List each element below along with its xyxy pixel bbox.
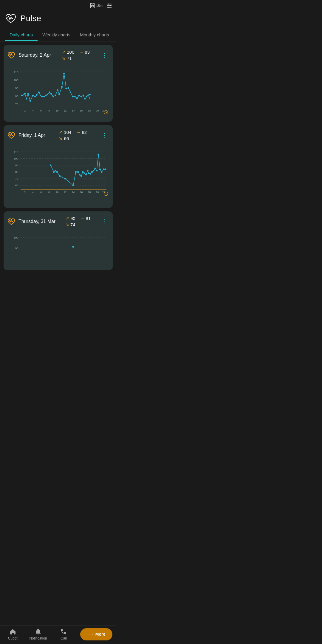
stat-high-1: ↗ 106	[62, 49, 74, 55]
svg-point-57	[61, 86, 63, 88]
svg-point-114	[91, 171, 93, 173]
svg-text:70: 70	[15, 103, 18, 106]
chart-header-left-3: Thursday, 31 Mar	[7, 217, 55, 226]
chart-date-2: Friday, 1 Apr	[18, 133, 45, 138]
svg-point-59	[65, 88, 67, 89]
svg-point-107	[80, 175, 82, 177]
svg-point-47	[41, 96, 43, 97]
heart-icon-3	[7, 217, 16, 226]
svg-point-110	[85, 174, 87, 175]
svg-text:70: 70	[15, 177, 18, 180]
svg-point-56	[58, 94, 60, 95]
svg-text:20: 20	[96, 109, 99, 112]
svg-text:16: 16	[80, 191, 83, 194]
stat-low-3: ↘ 74	[65, 222, 75, 227]
svg-text:10: 10	[55, 191, 58, 194]
stat-high-3: ↗ 90	[65, 216, 75, 221]
right-arrow-1: →	[79, 49, 83, 55]
chart-header-2: Friday, 1 Apr ↗ 104 → 82 ↘ 66	[7, 129, 109, 141]
svg-text:60: 60	[15, 184, 18, 187]
chart-card-3: Thursday, 31 Mar ↗ 90 → 81 ↘ 74	[4, 211, 113, 270]
chart-card-1: Saturday, 2 Apr ↗ 106 → 83 ↘ 71	[4, 45, 113, 122]
svg-point-63	[74, 96, 75, 97]
svg-point-113	[89, 173, 91, 174]
chart-stats-3: ↗ 90 → 81 ↘ 74	[65, 216, 91, 227]
stat-avg-3: → 81	[80, 216, 91, 221]
status-bar: 15m	[0, 0, 116, 10]
svg-point-51	[49, 92, 50, 93]
chart-date-1: Saturday, 2 Apr	[18, 52, 51, 58]
svg-point-49	[45, 95, 47, 96]
svg-text:16: 16	[80, 109, 83, 112]
svg-point-118	[97, 154, 99, 155]
svg-point-44	[36, 94, 37, 96]
svg-point-109	[84, 173, 85, 174]
timer-label: 15m	[96, 4, 103, 7]
more-menu-3[interactable]: ⋮	[100, 218, 109, 225]
svg-text:10: 10	[55, 109, 58, 112]
svg-point-55	[57, 89, 58, 91]
svg-point-108	[82, 171, 83, 173]
down-arrow-1: ↘	[62, 55, 66, 61]
chart-stats-2: ↗ 104 → 82 ↘ 66	[59, 129, 87, 141]
chart-card-2: Friday, 1 Apr ↗ 104 → 82 ↘ 66	[4, 125, 113, 208]
svg-point-65	[78, 95, 80, 96]
tab-daily[interactable]: Daily charts	[5, 29, 38, 41]
stat-low-2: ↘ 66	[59, 136, 69, 141]
svg-point-39	[26, 98, 27, 99]
svg-point-68	[86, 96, 87, 97]
svg-point-101	[59, 175, 61, 177]
svg-text:12: 12	[64, 191, 66, 194]
timer-status: 15m	[89, 2, 103, 9]
svg-point-104	[75, 171, 77, 173]
svg-point-111	[87, 170, 88, 171]
svg-point-103	[72, 185, 74, 186]
chart-header-left-1: Saturday, 2 Apr	[7, 51, 51, 59]
svg-point-9	[108, 4, 109, 5]
svg-point-127	[72, 246, 74, 247]
svg-point-46	[40, 95, 41, 96]
tab-yearly[interactable]: Yearly charts	[114, 29, 116, 41]
svg-point-45	[38, 92, 40, 93]
svg-point-53	[52, 96, 54, 97]
more-menu-1[interactable]: ⋮	[100, 52, 109, 59]
svg-point-10	[110, 5, 111, 6]
heartbeat-icon	[5, 13, 17, 24]
up-arrow-1: ↗	[62, 49, 66, 55]
svg-line-96	[106, 194, 107, 194]
page-title: Pulse	[20, 14, 41, 23]
svg-text:18: 18	[88, 109, 91, 112]
svg-point-61	[70, 92, 71, 93]
svg-text:100: 100	[13, 236, 18, 239]
svg-text:80: 80	[15, 95, 18, 98]
chart-svg-wrap-2: 110 100 90 80 70 60 2 4 6 8 10 12 14 16 …	[7, 144, 109, 205]
svg-point-37	[21, 95, 23, 96]
svg-point-41	[30, 100, 31, 102]
svg-text:4: 4	[32, 191, 34, 194]
svg-text:4: 4	[32, 109, 34, 112]
tab-weekly[interactable]: Weekly charts	[38, 29, 75, 41]
chart-header-3: Thursday, 31 Mar ↗ 90 → 81 ↘ 74	[7, 216, 109, 227]
more-menu-2[interactable]: ⋮	[100, 132, 109, 139]
chart-date-3: Thursday, 31 Mar	[18, 219, 55, 224]
svg-text:90: 90	[15, 164, 18, 167]
svg-point-54	[55, 95, 56, 96]
svg-point-11	[108, 7, 109, 8]
svg-point-102	[64, 178, 66, 179]
svg-point-66	[80, 96, 82, 97]
svg-point-40	[27, 93, 29, 95]
svg-point-106	[79, 174, 80, 175]
svg-point-38	[24, 93, 26, 95]
svg-text:90: 90	[15, 86, 18, 90]
sliders-icon[interactable]	[106, 2, 113, 9]
svg-text:12: 12	[64, 109, 66, 112]
svg-point-58	[63, 73, 65, 74]
svg-point-121	[103, 168, 104, 170]
svg-text:110: 110	[13, 150, 18, 154]
stat-high-2: ↗ 104	[59, 129, 71, 135]
chart-svg-1: 110 100 90 80 70 2 4 6 8 10 12 14 16 18 …	[7, 64, 109, 117]
svg-point-117	[96, 170, 97, 171]
svg-point-119	[99, 168, 101, 170]
chart-stats-1: ↗ 106 → 83 ↘ 71	[62, 49, 90, 61]
tab-monthly[interactable]: Monthly charts	[75, 29, 114, 41]
